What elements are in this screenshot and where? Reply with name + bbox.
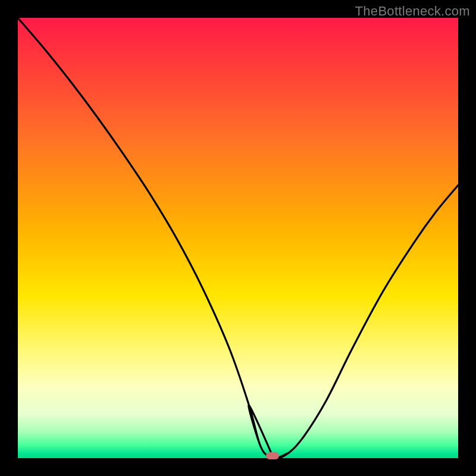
bottleneck-curve (18, 18, 458, 458)
watermark-text: TheBottleneck.com (355, 4, 470, 19)
optimal-point-marker (266, 452, 279, 459)
chart-stage: TheBottleneck.com (0, 0, 476, 476)
